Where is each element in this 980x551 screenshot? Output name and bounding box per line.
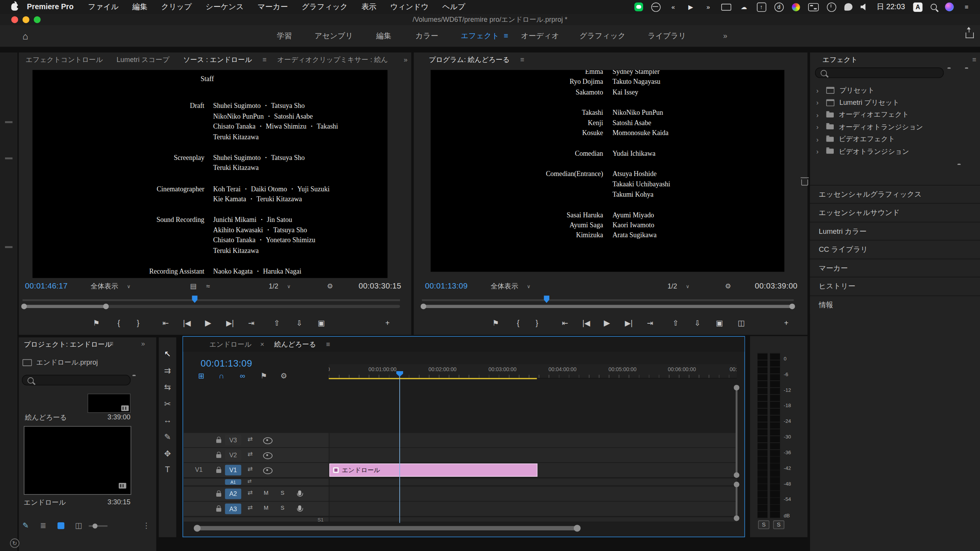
- workspace-overflow-icon[interactable]: »: [723, 25, 727, 47]
- menubar-clock[interactable]: 日 22:03: [877, 2, 905, 12]
- collapsed-panel-icon[interactable]: [5, 157, 13, 159]
- toggle-track-output-eye-icon[interactable]: [263, 452, 272, 459]
- play-button[interactable]: ▶: [205, 314, 211, 333]
- volume-icon[interactable]: [861, 3, 869, 10]
- tree-item-presets[interactable]: › プリセット: [810, 84, 980, 96]
- d-circle-icon[interactable]: d: [774, 2, 783, 11]
- apple-menu-icon[interactable]: [11, 3, 18, 11]
- source-panel-menu-icon[interactable]: ≡: [259, 55, 270, 63]
- timeline-ruler[interactable]: :00:00 00:01:00:00 00:02:00:00 00:03:00:…: [329, 364, 737, 379]
- media-play-icon[interactable]: ▶: [686, 2, 695, 11]
- zoom-knob-left[interactable]: [421, 303, 426, 309]
- time-machine-icon[interactable]: [826, 2, 836, 11]
- track-target-v3[interactable]: V3: [225, 435, 241, 445]
- app-menu[interactable]: Premiere Pro: [22, 3, 81, 11]
- workspace-tab-effects[interactable]: エフェクト: [461, 25, 499, 47]
- timeline-clip-endroll[interactable]: エンドロール: [329, 463, 537, 476]
- type-tool-icon[interactable]: T: [159, 463, 176, 476]
- voiceover-mic-icon[interactable]: [298, 505, 301, 510]
- siri-icon[interactable]: [945, 3, 954, 11]
- step-forward-icon[interactable]: ▶|: [625, 314, 632, 333]
- zoom-handle[interactable]: [422, 305, 794, 308]
- program-settings-wrench-icon[interactable]: ⚙: [725, 278, 731, 294]
- track-target-a3[interactable]: A3: [225, 504, 241, 514]
- program-fit-dropdown[interactable]: 全体表示 ∨: [491, 278, 531, 294]
- menubar-list-icon[interactable]: ≡: [962, 2, 971, 11]
- solo-left-button[interactable]: S: [758, 520, 769, 529]
- program-video-frame[interactable]: EmmaSydney Stampler Ryo DojimaTakuto Nag…: [431, 70, 784, 272]
- source-zoom-scrollbar[interactable]: [23, 305, 400, 308]
- workspace-tab-assembly[interactable]: アセンブリ: [315, 25, 353, 47]
- menu-window[interactable]: ウィンドウ: [383, 2, 435, 12]
- pinwheel-app-icon[interactable]: [792, 3, 800, 11]
- program-zoom-scrollbar[interactable]: [422, 305, 794, 308]
- menu-edit[interactable]: 編集: [126, 2, 154, 12]
- lift-icon[interactable]: ⇧: [673, 314, 679, 333]
- tab-project[interactable]: プロジェクト: エンドロール: [24, 339, 112, 349]
- line-app-icon[interactable]: [634, 3, 643, 11]
- tab-program-monitor[interactable]: プログラム: 絵んどろーる: [429, 55, 516, 64]
- button-editor-plus-icon[interactable]: +: [784, 314, 788, 333]
- more-options-icon[interactable]: ⋮: [142, 521, 150, 530]
- collapsed-panel-icon[interactable]: [5, 246, 13, 248]
- workspace-tab-libraries[interactable]: ライブラリ: [648, 25, 686, 47]
- project-item-name[interactable]: エンドロール: [24, 498, 66, 507]
- scroll-knob[interactable]: [734, 472, 740, 478]
- menu-file[interactable]: ファイル: [81, 2, 126, 12]
- tree-item-audio-effects[interactable]: › オーディオエフェクト: [810, 109, 980, 121]
- go-to-in-icon[interactable]: ⇤: [562, 314, 568, 333]
- workspace-menu-icon[interactable]: ≡: [504, 25, 508, 47]
- timeline-tab-endroll[interactable]: エンドロール: [206, 339, 255, 349]
- chat-icon[interactable]: [844, 3, 852, 11]
- collapsed-panel-strip[interactable]: [0, 52, 18, 551]
- extract-icon[interactable]: ⇩: [694, 314, 701, 333]
- mark-out-icon[interactable]: }: [536, 314, 538, 333]
- menu-graphics[interactable]: グラフィック: [295, 2, 354, 12]
- clip-thumbnail-selected[interactable]: [24, 426, 131, 495]
- toggle-track-output-eye-icon[interactable]: [263, 437, 272, 444]
- lock-icon[interactable]: [216, 454, 221, 458]
- source-current-timecode[interactable]: 00:01:46:17: [25, 278, 67, 294]
- source-playhead[interactable]: [192, 295, 198, 303]
- pen-tool-icon[interactable]: ✎: [159, 431, 176, 444]
- tab-audio-clip-mixer[interactable]: オーディオクリップミキサー : 絵ん: [270, 55, 395, 64]
- media-next-icon[interactable]: »: [704, 2, 713, 11]
- freeform-view-icon[interactable]: ◫: [75, 521, 82, 530]
- workspace-tab-graphics[interactable]: グラフィック: [580, 25, 626, 47]
- go-to-in-icon[interactable]: ⇤: [162, 314, 168, 333]
- add-marker-icon[interactable]: ⚑: [93, 314, 100, 333]
- tree-item-video-transitions[interactable]: › ビデオトランジション: [810, 145, 980, 158]
- tab-effect-controls[interactable]: エフェクトコントロール: [19, 55, 110, 64]
- video-tracks-scrollbar[interactable]: [736, 387, 738, 477]
- zoom-knob-right[interactable]: [574, 525, 581, 531]
- tab-lumetri-scopes[interactable]: Lumetri スコープ: [110, 55, 176, 64]
- track-target-a1[interactable]: A1: [225, 479, 241, 485]
- selection-tool-icon[interactable]: ↖: [159, 348, 176, 360]
- program-scrub-bar[interactable]: [422, 295, 794, 303]
- panel-tab-history[interactable]: ヒストリー: [810, 277, 980, 295]
- insert-icon[interactable]: ⇧: [274, 314, 280, 333]
- scrub-track[interactable]: [23, 299, 400, 301]
- track-lane-v2[interactable]: [329, 448, 737, 463]
- mark-in-icon[interactable]: {: [118, 314, 120, 333]
- step-back-icon[interactable]: |◀: [183, 314, 191, 333]
- insert-as-nest-icon[interactable]: ⊞: [196, 372, 207, 381]
- playhead-line[interactable]: [399, 373, 400, 523]
- scroll-knob[interactable]: [734, 385, 740, 391]
- input-source-badge[interactable]: A: [913, 2, 922, 11]
- minimize-window-button[interactable]: [23, 16, 29, 23]
- drag-audio-only-icon[interactable]: ≈: [206, 278, 210, 294]
- track-target-a2[interactable]: A2: [225, 489, 241, 499]
- comparison-view-icon[interactable]: ◫: [738, 314, 745, 333]
- snap-magnet-icon[interactable]: ∩: [216, 372, 227, 381]
- project-panel-menu-icon[interactable]: ≡: [106, 340, 117, 347]
- source-tabs-overflow-icon[interactable]: »: [400, 55, 412, 63]
- chevron-right-icon[interactable]: ›: [816, 111, 821, 119]
- panel-tab-essential-sound[interactable]: エッセンシャルサウンド: [810, 203, 980, 222]
- chevron-right-icon[interactable]: ›: [816, 99, 821, 106]
- voiceover-mic-icon[interactable]: [298, 491, 301, 496]
- zoom-knob-right[interactable]: [103, 303, 109, 309]
- tree-item-video-effects[interactable]: › ビデオエフェクト: [810, 133, 980, 145]
- panel-tab-essential-graphics[interactable]: エッセンシャルグラフィックス: [810, 185, 980, 204]
- track-target-v2[interactable]: V2: [225, 450, 241, 461]
